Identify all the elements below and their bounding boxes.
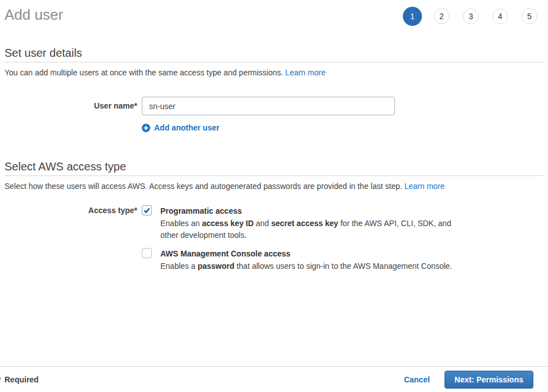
required-label: Required [5,375,39,384]
step-indicator: 12345 [405,7,543,26]
console-access-option: AWS Management Console access Enables a … [142,248,456,272]
next-permissions-button[interactable]: Next: Permissions [444,371,533,389]
console-access-title: AWS Management Console access [160,248,452,259]
step-4: 4 [492,8,508,24]
check-icon [143,206,151,214]
user-details-description-text: You can add multiple users at once with … [5,68,283,77]
access-type-description: Select how these users will access AWS. … [5,182,543,191]
required-asterisk: * [0,375,1,384]
programmatic-access-checkbox[interactable] [142,205,152,215]
programmatic-access-title: Programmatic access [160,205,456,216]
console-access-checkbox[interactable] [142,248,152,258]
username-input[interactable] [142,97,395,115]
add-icon [142,124,150,132]
page-title: Add user [5,6,63,24]
add-another-user-link[interactable]: Add another user [142,123,395,132]
step-3: 3 [463,8,479,24]
cancel-button[interactable]: Cancel [404,375,430,384]
access-type-label: Access type* [5,205,137,272]
console-access-description: Enables a password that allows users to … [160,260,452,272]
step-5: 5 [522,8,537,24]
access-type-row: Access type* Programmatic access Enables… [5,205,543,272]
user-details-description: You can add multiple users at once with … [5,68,543,77]
add-another-user-label: Add another user [154,123,219,132]
programmatic-access-option: Programmatic access Enables an access ke… [142,205,456,241]
page-header: Add user 12345 [5,0,543,24]
programmatic-access-description: Enables an access key ID and secret acce… [160,218,456,241]
wizard-footer: * Required Cancel Next: Permissions [0,366,548,392]
step-1-active: 1 [403,7,422,26]
username-row: User name* Add another user [5,97,543,132]
learn-more-link-access-type[interactable]: Learn more [405,182,445,191]
add-user-page: Add user 12345 Set user details You can … [0,0,548,392]
access-type-description-text: Select how these users will access AWS. … [5,182,402,191]
username-label: User name* [5,97,137,132]
required-note: * Required [5,375,39,384]
step-2: 2 [434,8,450,24]
section-heading-access-type: Select AWS access type [5,161,543,176]
learn-more-link-user-details[interactable]: Learn more [285,68,326,77]
section-heading-user-details: Set user details [5,47,543,62]
